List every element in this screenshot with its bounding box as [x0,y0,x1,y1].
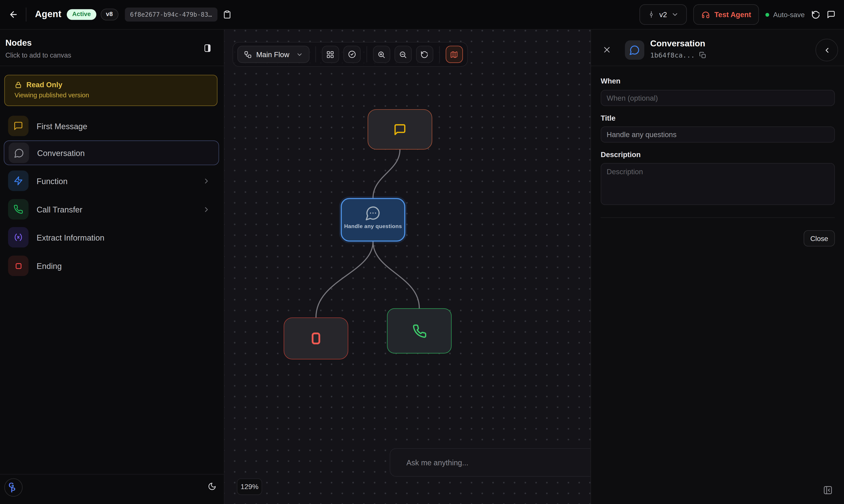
node-label: Handle any questions [344,223,402,229]
lock-icon [15,81,22,89]
sidebar-item-label: First Message [37,121,87,130]
panel-right-icon [203,43,212,53]
title-input[interactable] [601,127,835,143]
node-call-transfer[interactable] [387,308,452,354]
zoom-out-icon [399,50,407,58]
flow-selector[interactable]: Main Flow [238,46,309,63]
panel-header-divider [591,66,844,66]
chevron-left-icon [823,46,831,54]
header-divider [26,7,27,21]
panel-left-close-icon[interactable] [823,485,832,495]
flow-edges [224,30,591,504]
sidebar-item-label: Function [37,176,68,185]
back-button[interactable] [8,10,18,19]
when-input[interactable] [601,90,835,106]
workflow-icon [244,50,252,58]
message-square-icon [8,116,29,136]
map-icon [450,50,458,58]
node-ending[interactable] [284,318,348,359]
flow-canvas[interactable]: Main Flow [224,30,591,504]
copy-agent-id-button[interactable] [223,10,231,19]
node-first-message[interactable] [368,109,432,150]
auto-layout-button[interactable] [321,46,339,63]
sidebar-item-label: Call Transfer [37,205,83,214]
clipboard-icon [223,10,231,19]
zoom-out-button[interactable] [394,46,411,63]
app-window: Agent Active v8 6f8e2677-b94c-479b-83… v… [0,0,844,504]
stop-square-icon [8,255,29,276]
header-actions: v2 Test Agent Auto-save [639,4,836,25]
chevron-down-icon [296,51,303,58]
sidebar-item-ending[interactable]: Ending [4,253,219,278]
sidebar-item-extract-information[interactable]: Extract Information [4,225,219,250]
sidebar-subtitle: Click to add to canvas [5,52,71,59]
sidebar-footer-divider [0,474,224,474]
phone-icon [412,324,427,338]
validate-flow-button[interactable] [343,46,360,63]
layout-grid-icon [326,50,334,58]
test-agent-button[interactable]: Test Agent [693,4,759,25]
sidebar-item-label: Conversation [37,148,85,158]
message-circle-icon [8,143,29,163]
ask-anything-input[interactable] [390,449,591,476]
chevron-right-icon [203,205,211,213]
message-square-icon [827,10,836,19]
copy-icon[interactable] [699,52,706,59]
sidebar-item-conversation[interactable]: Conversation [4,140,219,165]
readonly-title: Read Only [27,80,63,89]
sidebar-item-call-transfer[interactable]: Call Transfer [4,197,219,222]
when-label: When [601,77,620,85]
sidebar-item-first-message[interactable]: First Message [4,113,219,139]
version-selector[interactable]: v2 [639,4,687,25]
rotate-ccw-icon [811,10,821,19]
dark-mode-toggle[interactable] [208,482,216,491]
sidebar-header-divider [0,66,224,66]
conversation-node-icon-tile [625,40,644,60]
minimap-toggle-button[interactable] [445,46,463,63]
message-circle-dots-icon [365,205,381,221]
close-button[interactable]: Close [804,230,835,246]
feedback-button[interactable] [827,10,836,19]
chevron-right-icon [203,177,211,185]
nodes-sidebar: Nodes Click to add to canvas Read Only V… [0,30,224,504]
zoom-level-badge[interactable]: 129% [237,478,262,495]
zoom-in-button[interactable] [373,46,390,63]
git-commit-icon [648,11,655,18]
autosave-indicator: Auto-save [766,11,805,19]
autosave-status-dot [766,13,770,17]
reset-view-button[interactable] [416,46,433,63]
message-square-icon [393,123,406,136]
zoom-in-icon [377,50,386,58]
status-badge: Active [67,9,96,20]
agent-id-chip[interactable]: 6f8e2677-b94c-479b-83… [125,7,217,21]
panel-close-button[interactable] [603,46,611,54]
sidebar-item-function[interactable]: Function [4,168,219,193]
stop-square-icon [308,330,324,346]
svg-text:P: P [11,486,15,494]
toolbar-divider [366,46,367,62]
brand-logo[interactable]: G P [4,478,23,497]
ask-anything-container [390,448,591,477]
moon-icon [208,482,216,491]
version-badge: v8 [101,9,118,20]
node-id-value: 1b64f8ca... [650,51,695,59]
readonly-banner: Read Only Viewing published version [4,75,217,106]
arrow-left-icon [8,10,18,19]
node-conversation-selected[interactable]: Handle any questions [341,198,405,241]
panel-collapse-button[interactable] [815,39,838,61]
test-agent-label: Test Agent [714,11,751,19]
sidebar-collapse-button[interactable] [203,43,212,53]
toolbar-divider [439,46,439,62]
zap-icon [8,170,29,191]
rotate-ccw-icon [420,50,428,58]
sidebar-item-label: Extract Information [37,233,104,242]
description-label: Description [601,151,641,159]
circle-check-icon [348,50,356,59]
headphones-icon [701,10,710,19]
description-textarea[interactable] [601,163,835,205]
canvas-toolbar: Main Flow [232,42,468,67]
close-icon [603,46,611,54]
undo-history-button[interactable] [811,10,821,19]
panel-footer-divider [601,217,835,218]
autosave-label: Auto-save [773,11,805,19]
